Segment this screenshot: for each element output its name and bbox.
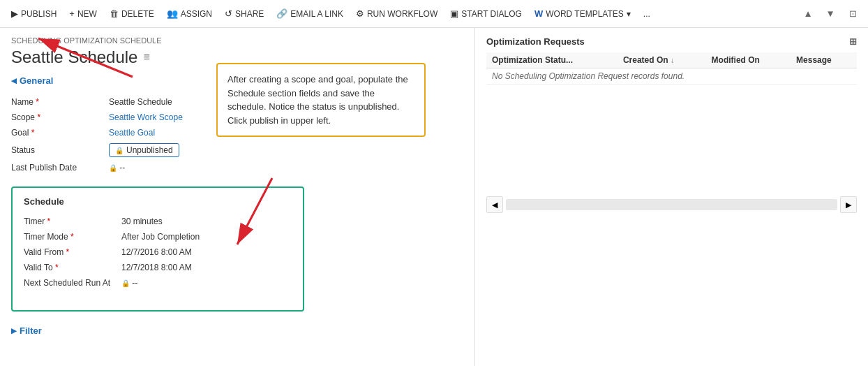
new-icon: + (69, 8, 75, 19)
scrollbar-track[interactable] (506, 199, 837, 210)
page-title: Seattle Schedule (11, 47, 137, 67)
nav-expand-button[interactable]: ⊡ (843, 4, 862, 24)
assign-button[interactable]: 👥 ASSIGN (161, 6, 218, 22)
main-content: SCHEDULING OPTIMIZATION SCHEDULE Seattle… (0, 28, 868, 366)
field-timer-mode: Timer Mode * After Job Completion (24, 229, 292, 244)
publish-icon: ▶ (11, 8, 18, 19)
start-dialog-button[interactable]: ▣ START DIALOG (444, 6, 527, 22)
tooltip-box: After creating a scope and goal, populat… (216, 63, 426, 137)
publish-button[interactable]: ▶ PUBLISH (6, 6, 62, 22)
nav-buttons: ▲ ▼ ⊡ (798, 4, 862, 24)
col-status: Optimization Statu... (486, 52, 618, 68)
nav-down-button[interactable]: ▼ (821, 4, 840, 24)
lock-icon-publish: 🔒 (109, 164, 117, 172)
workflow-icon: ⚙ (356, 8, 364, 19)
filter-section-header[interactable]: ▶ Filter (11, 325, 463, 336)
collapse-arrow-icon: ◀ (11, 77, 17, 85)
horizontal-scrollbar: ◀ ▶ (486, 196, 857, 213)
field-valid-from: Valid From * 12/7/2016 8:00 AM (24, 244, 292, 260)
word-templates-button[interactable]: W WORD TEMPLATES ▾ (529, 6, 636, 22)
word-icon: W (534, 8, 543, 19)
field-next-run: Next Scheduled Run At 🔒 -- (24, 275, 292, 291)
delete-button[interactable]: 🗑 DELETE (104, 6, 160, 22)
filter-arrow-icon: ▶ (11, 327, 17, 335)
menu-icon[interactable]: ≡ (143, 51, 149, 64)
left-panel: SCHEDULING OPTIMIZATION SCHEDULE Seattle… (0, 28, 474, 366)
field-timer: Timer * 30 minutes (24, 214, 292, 229)
schedule-section: Schedule Timer * 30 minutes Timer Mode * (11, 186, 304, 312)
share-icon: ↺ (225, 8, 232, 19)
breadcrumb: SCHEDULING OPTIMIZATION SCHEDULE (11, 36, 463, 45)
share-button[interactable]: ↺ SHARE (219, 6, 269, 22)
panel-title: Optimization Requests ⊞ (486, 36, 857, 47)
nav-up-button[interactable]: ▲ (798, 4, 818, 24)
new-button[interactable]: + NEW (63, 6, 103, 22)
dropdown-arrow-icon: ▾ (627, 9, 631, 19)
link-icon: 🔗 (276, 8, 287, 19)
scroll-left-button[interactable]: ◀ (486, 196, 503, 213)
email-link-button[interactable]: 🔗 EMAIL A LINK (271, 6, 349, 22)
lock-icon: 🔒 (115, 147, 124, 154)
filter-section: ▶ Filter (11, 320, 463, 336)
schedule-form: Timer * 30 minutes Timer Mode * After Jo… (24, 214, 292, 291)
scroll-right-button[interactable]: ▶ (840, 196, 857, 213)
optimization-table: Optimization Statu... Created On ↓ Modif… (486, 52, 857, 85)
toolbar: ▶ PUBLISH + NEW 🗑 DELETE 👥 ASSIGN ↺ SHAR… (0, 0, 868, 28)
scope-link[interactable]: Seattle Work Scope (109, 112, 183, 122)
col-message: Message (791, 52, 857, 68)
assign-icon: 👥 (167, 8, 178, 19)
col-modified-on: Modified On (706, 52, 791, 68)
field-status: Status 🔒 Unpublished (11, 140, 463, 160)
grid-view-icon[interactable]: ⊞ (849, 36, 857, 47)
delete-icon: 🗑 (110, 8, 119, 19)
right-panel: Optimization Requests ⊞ Optimization Sta… (474, 28, 868, 366)
no-records-row: No Scheduling Optimization Request recor… (486, 68, 857, 85)
goal-link[interactable]: Seattle Goal (109, 128, 155, 138)
lock-icon-run: 🔒 (121, 279, 130, 287)
schedule-section-header: Schedule (24, 196, 292, 207)
more-button[interactable]: ... (638, 6, 656, 22)
sort-icon: ↓ (671, 57, 674, 64)
run-workflow-button[interactable]: ⚙ RUN WORKFLOW (350, 6, 443, 22)
col-created-on[interactable]: Created On ↓ (618, 52, 706, 68)
dialog-icon: ▣ (450, 8, 458, 19)
field-valid-to: Valid To * 12/7/2018 8:00 AM (24, 260, 292, 275)
status-badge: 🔒 Unpublished (109, 143, 179, 157)
field-last-publish: Last Publish Date 🔒 -- (11, 160, 463, 175)
